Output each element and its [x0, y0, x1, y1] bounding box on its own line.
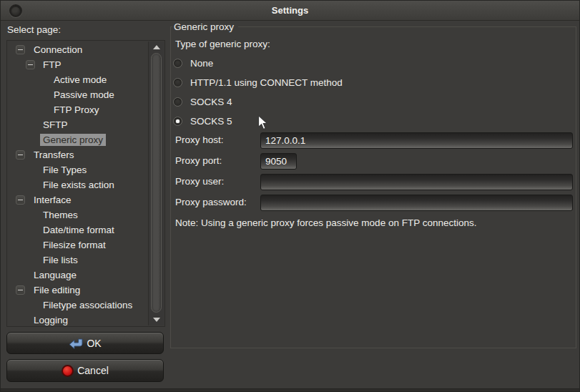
radio-icon[interactable] [173, 78, 182, 87]
ok-button-label: OK [87, 338, 101, 349]
cancel-button[interactable]: Cancel [6, 359, 164, 382]
proxy-host-input[interactable] [260, 132, 573, 149]
tree-item-file-exists-action[interactable]: File exists action [8, 177, 147, 192]
proxy-user-label: Proxy user: [175, 176, 224, 187]
tree-item-filetype-associations[interactable]: Filetype associations [8, 298, 147, 313]
selected-tree-item: Generic proxy [40, 134, 106, 146]
proxy-password-label: Proxy password: [175, 197, 247, 207]
collapse-icon[interactable] [16, 45, 25, 54]
collapse-icon[interactable] [26, 60, 35, 69]
radio-socks5[interactable]: SOCKS 5 [173, 114, 232, 127]
tree-item-connection[interactable]: Connection [8, 42, 147, 57]
tree-item-ftp[interactable]: FTP [8, 57, 147, 72]
scroll-up-icon[interactable] [153, 45, 160, 49]
tree-item-interface[interactable]: Interface [8, 192, 147, 207]
tree-item-datetime-format[interactable]: Date/time format [8, 222, 147, 237]
radio-http-connect[interactable]: HTTP/1.1 using CONNECT method [173, 76, 343, 89]
tree-item-transfers[interactable]: Transfers [8, 147, 147, 162]
collapse-icon[interactable] [16, 150, 25, 160]
group-title: Generic proxy [172, 21, 238, 32]
tree-item-filesize-format[interactable]: Filesize format [8, 237, 147, 253]
proxy-host-label: Proxy host: [175, 134, 224, 145]
proxy-user-input[interactable] [260, 174, 573, 190]
generic-proxy-group: Generic proxy Type of generic proxy: Non… [170, 21, 576, 348]
proxy-port-input[interactable] [260, 153, 297, 170]
scrollbar-thumb[interactable] [151, 53, 162, 313]
tree-item-sftp[interactable]: SFTP [8, 117, 147, 132]
titlebar: Settings [1, 1, 579, 21]
settings-window: Settings Select page: Connection FTP Act… [0, 0, 580, 392]
tree-item-themes[interactable]: Themes [8, 207, 147, 222]
cancel-button-label: Cancel [77, 365, 109, 376]
note-text: Note: Using a generic proxy forces passi… [175, 217, 476, 228]
radio-socks4[interactable]: SOCKS 4 [173, 95, 232, 108]
scroll-down-icon[interactable] [153, 318, 160, 322]
window-bottom-edge [1, 388, 579, 391]
proxy-host-row: Proxy host: [175, 132, 571, 149]
proxy-port-label: Proxy port: [175, 155, 222, 166]
collapse-icon[interactable] [16, 285, 25, 295]
proxy-port-row: Proxy port: [175, 153, 571, 170]
stop-icon [62, 365, 74, 377]
tree-item-file-types[interactable]: File Types [8, 162, 147, 177]
ok-button[interactable]: OK [6, 332, 164, 354]
radio-selected-icon[interactable] [173, 117, 182, 126]
enter-arrow-icon [69, 338, 83, 349]
radio-none[interactable]: None [173, 57, 213, 69]
select-page-label: Select page: [7, 24, 61, 35]
tree-item-generic-proxy[interactable]: Generic proxy [8, 132, 147, 147]
tree-item-active-mode[interactable]: Active mode [8, 72, 147, 87]
tree-item-language[interactable]: Language [8, 268, 147, 283]
proxy-password-input[interactable] [260, 195, 573, 211]
tree-item-ftp-proxy[interactable]: FTP Proxy [8, 102, 147, 117]
tree-scrollbar[interactable] [148, 41, 164, 325]
tree-item-file-editing[interactable]: File editing [8, 283, 147, 298]
tree-item-file-lists[interactable]: File lists [8, 253, 147, 268]
collapse-icon[interactable] [16, 195, 25, 205]
window-title: Settings [1, 1, 579, 21]
tree-item-passive-mode[interactable]: Passive mode [8, 87, 147, 102]
page-tree: Connection FTP Active mode Passive mode … [6, 40, 165, 327]
radio-icon[interactable] [173, 97, 182, 107]
tree-item-logging[interactable]: Logging [8, 313, 147, 328]
radio-icon[interactable] [173, 59, 182, 68]
tree-rows: Connection FTP Active mode Passive mode … [8, 42, 147, 328]
proxy-password-row: Proxy password: [175, 195, 571, 211]
proxy-user-row: Proxy user: [175, 174, 571, 190]
proxy-type-label: Type of generic proxy: [175, 39, 270, 49]
